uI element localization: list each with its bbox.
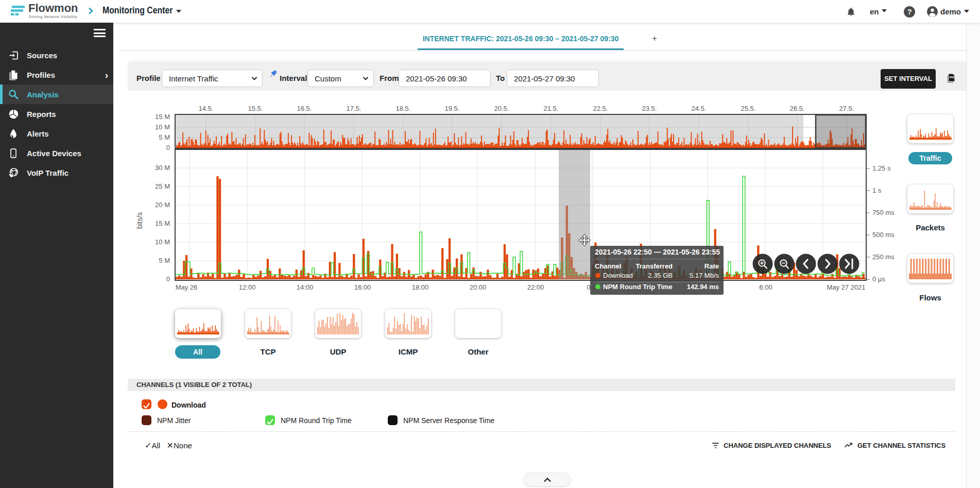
svg-text:25.5.: 25.5. — [741, 105, 756, 112]
svg-text:14:00: 14:00 — [297, 283, 314, 291]
svg-text:21.5.: 21.5. — [544, 105, 559, 112]
svg-text:250 ms: 250 ms — [872, 253, 895, 261]
svg-text:750 ms: 750 ms — [872, 209, 895, 216]
svg-text:15 M: 15 M — [155, 220, 170, 227]
svg-text:14.5.: 14.5. — [199, 105, 214, 112]
svg-text:20:00: 20:00 — [470, 283, 487, 291]
svg-text:17.5.: 17.5. — [347, 105, 362, 112]
svg-text:10 M: 10 M — [155, 123, 170, 131]
svg-text:23.5.: 23.5. — [642, 105, 657, 112]
svg-text:15.5.: 15.5. — [248, 105, 263, 112]
svg-text:Rate: Rate — [704, 262, 719, 270]
svg-text:Channel: Channel — [595, 262, 621, 270]
svg-text:22.5.: 22.5. — [593, 105, 608, 112]
svg-text:2021-05-26 22:50 — 2021-05-26: 2021-05-26 22:50 — 2021-05-26 23:55 — [595, 248, 720, 256]
svg-text:10 M: 10 M — [155, 238, 170, 246]
svg-text:19.5.: 19.5. — [445, 105, 460, 112]
svg-text:1 s: 1 s — [872, 187, 882, 194]
svg-text:27.5.: 27.5. — [839, 105, 854, 112]
svg-text:0: 0 — [166, 275, 170, 283]
svg-text:15 M: 15 M — [155, 113, 170, 121]
svg-text:26.5.: 26.5. — [790, 105, 805, 112]
svg-text:6:00: 6:00 — [759, 283, 772, 291]
svg-text:bits/s: bits/s — [135, 212, 144, 229]
svg-text:PDF: PDF — [950, 76, 955, 79]
svg-text:16.5.: 16.5. — [297, 105, 312, 112]
svg-text:5 M: 5 M — [159, 257, 170, 264]
svg-text:5 M: 5 M — [159, 133, 170, 141]
svg-text:16:00: 16:00 — [354, 283, 371, 291]
svg-text:22:00: 22:00 — [527, 283, 544, 291]
svg-text:1.25 s: 1.25 s — [872, 164, 891, 172]
svg-text:30 M: 30 M — [155, 164, 170, 172]
svg-text:0 µs: 0 µs — [872, 275, 885, 283]
svg-text:500 ms: 500 ms — [872, 231, 895, 239]
svg-text:0: 0 — [166, 144, 170, 152]
svg-text:25 M: 25 M — [155, 182, 170, 190]
svg-text:20 M: 20 M — [155, 201, 170, 209]
svg-text:12:00: 12:00 — [239, 283, 256, 291]
svg-text:NPM Round Trip Time: NPM Round Trip Time — [603, 283, 673, 291]
svg-text:2.35 GB: 2.35 GB — [648, 272, 673, 279]
svg-text:24.5.: 24.5. — [692, 105, 707, 112]
svg-text:Transferred: Transferred — [635, 262, 673, 270]
svg-text:18:00: 18:00 — [412, 283, 429, 291]
svg-text:May 27 2021: May 27 2021 — [827, 283, 865, 291]
svg-text:Download: Download — [603, 272, 633, 279]
svg-text:18.5.: 18.5. — [396, 105, 411, 112]
svg-text:20.5.: 20.5. — [494, 105, 509, 112]
svg-text:142.94 ms: 142.94 ms — [687, 283, 719, 291]
svg-text:May 26: May 26 — [176, 283, 198, 291]
svg-text:5.17 Mb/s: 5.17 Mb/s — [690, 272, 719, 279]
